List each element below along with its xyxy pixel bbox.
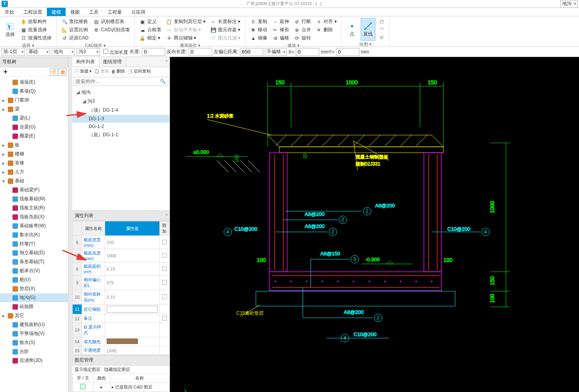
tab-quantity[interactable]: 工程量 xyxy=(103,8,127,16)
hide-layer-button[interactable]: 隐藏指定图层 xyxy=(104,367,130,372)
nav-item[interactable]: 桩(U) xyxy=(0,275,68,284)
tab-model[interactable]: 建模 xyxy=(47,8,66,16)
leftoff-input[interactable] xyxy=(240,48,263,56)
prop-row[interactable]: 11其它钢筋 xyxy=(73,305,170,314)
nav-item[interactable]: 散水(S) xyxy=(0,338,68,347)
layer-toggle-1[interactable] xyxy=(80,384,86,389)
tab-component-list[interactable]: 构件列表 xyxy=(72,57,99,67)
nav-item[interactable]: 独立基础(D) xyxy=(0,248,68,257)
component-item[interactable]: （底）DG-1-1 xyxy=(72,130,170,139)
addlen-check[interactable]: 点加长度 xyxy=(102,48,128,56)
align-button[interactable]: ≡对齐 ▾ xyxy=(314,18,338,25)
copy-button[interactable]: ⎘复制 xyxy=(248,18,269,25)
nav-item[interactable]: 筏板负筋(X) xyxy=(0,212,68,221)
prop-check[interactable] xyxy=(162,240,167,244)
component-item[interactable]: DG-1-2 xyxy=(72,123,170,130)
props-close[interactable]: × xyxy=(166,212,168,217)
nav-view-grid[interactable]: ▦ xyxy=(59,68,66,76)
merge-button[interactable]: ⊕合并 xyxy=(292,26,313,34)
top-right-field[interactable]: 地沟 xyxy=(560,0,577,8)
prop-row[interactable]: 14填充颜色 xyxy=(73,337,170,346)
nav-item[interactable]: 砖胎膜 xyxy=(0,302,68,311)
delete-button[interactable]: ✕删除 xyxy=(314,26,338,34)
nav-item[interactable]: ▾基础 xyxy=(0,176,68,185)
diskcache-button[interactable]: 💾图元存盘 ▾ xyxy=(209,26,242,34)
extend-button[interactable]: →延伸 xyxy=(270,18,291,25)
filter-button[interactable]: ▽图元过滤 ▾ xyxy=(209,34,242,42)
new-button[interactable]: 📄新建 ▾ xyxy=(74,68,92,74)
scale-button[interactable]: 📐设置比例 xyxy=(60,26,90,34)
prop-check[interactable] xyxy=(162,266,167,271)
offset-dropdown[interactable]: 不偏移 xyxy=(265,48,287,56)
pick-button[interactable]: ✋拾取构件 xyxy=(19,18,53,25)
nav-item[interactable]: 圈梁(E) xyxy=(0,132,68,141)
prop-row[interactable]: 15不透明度(100) xyxy=(73,346,170,355)
color-swatch[interactable] xyxy=(107,339,138,344)
nav-item[interactable]: 筏板主筋(R) xyxy=(0,203,68,212)
prop-check[interactable] xyxy=(162,253,167,258)
nav-item[interactable]: ▸其它 xyxy=(0,311,68,320)
search-input[interactable] xyxy=(74,77,157,86)
nav-item[interactable]: 基础梁(F) xyxy=(0,185,68,194)
tab-project[interactable]: 工程设置 xyxy=(19,8,47,16)
prop-row[interactable]: 6截面宽度(mm)150 xyxy=(73,236,170,249)
prop-row[interactable]: 12备注 xyxy=(73,314,170,323)
nav-item[interactable]: ▸装修 xyxy=(0,159,68,167)
nav-item[interactable]: 墙垛(E) xyxy=(0,78,68,87)
line-button[interactable]: 直线 xyxy=(361,18,375,41)
floor-dropdown[interactable]: 第-1层 xyxy=(2,48,25,56)
reclayer-button[interactable]: ▤识别楼层表 xyxy=(91,18,131,25)
nav-item[interactable]: 平整场地(V) xyxy=(0,329,68,338)
x-input[interactable] xyxy=(296,48,319,56)
prop-check[interactable] xyxy=(162,280,167,285)
nav-item[interactable]: 集水坑(K) xyxy=(0,230,68,239)
tab-view[interactable]: 视图 xyxy=(66,8,84,16)
cadopt-button[interactable]: ⚙CAD识别选项 xyxy=(91,26,131,34)
category-dropdown[interactable]: 基础 xyxy=(27,48,50,56)
component-item[interactable]: ◢沟3 xyxy=(72,97,170,106)
autoflat-button[interactable]: ▭自动平齐板 ▾ xyxy=(164,26,207,34)
mirror-button[interactable]: ▲镜像 xyxy=(248,34,269,42)
nav-tree[interactable]: 墙垛(E)幕墙(Q)▸门窗洞▸梁梁(L)连梁(G)圈梁(E)▸板▸楼梯▸装修▸土… xyxy=(0,77,68,392)
component-tree[interactable]: ◢地沟◢沟3（顶）DG-1-4DG-1-3DG-1-2（底）DG-1-1 xyxy=(72,87,170,210)
find-button[interactable]: 🔍查找替换 xyxy=(60,18,90,25)
prop-row[interactable]: 13⊟ 显示样式 xyxy=(73,323,170,337)
prop-row[interactable]: 7截面高度(mm)1000 xyxy=(73,249,170,262)
cloud-button[interactable]: ☁云检查 xyxy=(138,26,163,34)
tab-drawing-mgmt[interactable]: 图纸管理 xyxy=(99,57,126,67)
show-layer-button[interactable]: 显示指定图层 xyxy=(75,367,100,372)
tab-cloud[interactable]: 云应用 xyxy=(127,8,150,16)
prop-row[interactable]: 8截面面积(m²)0.15 xyxy=(73,262,170,276)
nav-item[interactable]: 连梁(G) xyxy=(0,123,68,132)
len-input[interactable] xyxy=(142,48,165,56)
twoaux-button[interactable]: ✛两点辅轴 ▾ xyxy=(164,34,207,42)
component-item[interactable]: DG-1-3 xyxy=(72,115,170,123)
nav-item[interactable]: 地沟(G) xyxy=(0,293,68,302)
nav-view-list[interactable]: ☰ xyxy=(50,68,58,76)
layer-row-1[interactable]: ▸▸ 已提取的 CAD 图层 xyxy=(73,383,170,392)
offset-button[interactable]: ⇉偏移 xyxy=(270,34,291,42)
copy-comp-button[interactable]: 📋复制 xyxy=(94,68,109,74)
layercopy-button[interactable]: 📑层间复制 xyxy=(127,68,151,74)
copyother-button[interactable]: 📋复制到其它层 ▾ xyxy=(164,18,207,25)
draw-more-3[interactable]: ◇ xyxy=(377,34,386,41)
component-item[interactable]: （顶）DG-1-4 xyxy=(72,106,170,115)
define-button[interactable]: ▣定义 xyxy=(138,18,163,25)
restore-button[interactable]: ↺还原CAD xyxy=(60,34,90,42)
y-input[interactable] xyxy=(336,48,359,56)
nav-item[interactable]: 垫层(X) xyxy=(0,284,68,293)
nav-item[interactable]: ▸土方 xyxy=(0,167,68,176)
revlen-input[interactable] xyxy=(189,48,212,56)
nav-item[interactable]: 梁(L) xyxy=(0,114,68,123)
draw-more-1[interactable]: ◻ xyxy=(377,18,386,25)
break-button[interactable]: ⊘打断 xyxy=(292,18,313,25)
nav-item[interactable]: 基础板带(W) xyxy=(0,221,68,230)
drawing-canvas[interactable]: 150 1000 150 1000 150 100 100 100 ±0.000 xyxy=(170,57,579,392)
nav-item[interactable]: 建筑面积(U) xyxy=(0,320,68,329)
draw-more-2[interactable]: ◠ xyxy=(377,26,386,33)
point-button[interactable]: 点 xyxy=(345,18,359,41)
trim-button[interactable]: ✂修剪 xyxy=(270,26,291,34)
prop-row[interactable]: 10相对底标高(m)0.15 xyxy=(73,290,170,305)
search-icon[interactable]: 🔍 xyxy=(157,77,168,86)
prop-check[interactable] xyxy=(162,294,167,299)
